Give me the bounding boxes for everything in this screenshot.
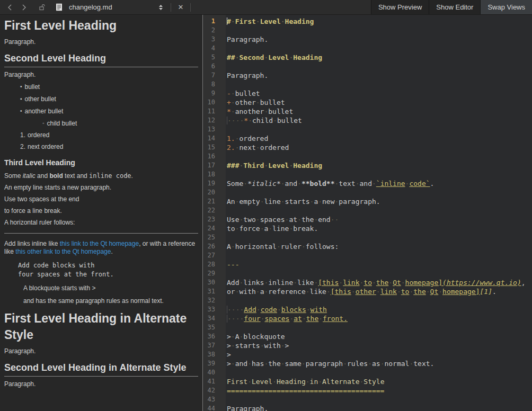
code-segment: to·force·a·line·break. [227, 225, 318, 233]
whitespace-dot: · [239, 278, 243, 287]
whitespace-dot: · [235, 53, 240, 62]
list-item-text: ordered [28, 131, 49, 139]
line-number: 6 [203, 62, 226, 71]
markdown-editor-window: changelog.md ✕ Show Preview Show Editor … [0, 0, 532, 411]
editor-line [227, 395, 532, 404]
editor-line: --- [227, 260, 532, 269]
whitespace-dot: · [281, 341, 285, 350]
whitespace-dot: · [235, 287, 240, 296]
swap-views-button[interactable]: Swap Views [480, 0, 532, 14]
editor-line [227, 251, 532, 260]
whitespace-dot: · [235, 134, 240, 143]
code-segment: First·Level·Heading·in·Alternate·Style [227, 378, 384, 386]
preview-link[interactable]: this link to the Qt homepage [60, 240, 139, 247]
line-number: 11 [203, 107, 226, 116]
editor-line [227, 125, 532, 134]
preview-blockquote: A blockquote starts with >and has the sa… [23, 284, 198, 305]
preview-text-span: A horizontal ruler follows: [4, 219, 75, 226]
code-segment: ·text·and· [335, 180, 376, 187]
list-marker: 1. [20, 131, 25, 139]
preview-text-span: . [131, 172, 133, 180]
code-segment: >·starts·with·> [227, 342, 289, 350]
line-number: 35 [203, 323, 226, 332]
preview-heading-2: Second Level Heading in Alternate Style [4, 362, 198, 377]
whitespace-dot: · [231, 89, 235, 98]
back-button[interactable] [4, 2, 16, 13]
line-number: 5 [203, 53, 226, 62]
code-segment: ·another·bullet [231, 108, 293, 115]
whitespace-dot: · [438, 287, 442, 296]
open-document-dropdown[interactable]: changelog.md [69, 3, 148, 11]
markdown-editor-pane: 1234567891011121314151617181920212223242… [203, 15, 532, 411]
editor-line [227, 80, 532, 89]
code-segment: ·child·bullet [248, 117, 302, 124]
preview-paragraph: Paragraph. [4, 380, 198, 388]
whitespace-dot: · [302, 314, 306, 323]
whitespace-dot: · [339, 278, 343, 287]
markdown-preview-pane[interactable]: First Level HeadingParagraph.Second Leve… [0, 15, 203, 411]
whitespace-dot: · [243, 179, 247, 188]
forward-button[interactable] [18, 2, 30, 13]
whitespace-dot: · [289, 314, 294, 323]
whitespace-dot: · [326, 287, 331, 296]
preview-text-span: text and [63, 172, 89, 180]
code-segment: [this·link·to·the·Qt·homepage] [318, 279, 442, 287]
editor-line: ====================================== [227, 386, 532, 395]
line-number: 16 [203, 152, 226, 161]
preview-link[interactable]: this other link to the Qt homepage [15, 248, 111, 255]
whitespace-dot: · [248, 116, 252, 125]
line-number: 28 [203, 260, 226, 269]
preview-list-item: ▪other bullet [4, 95, 198, 103]
preview-text-span: Paragraph. [4, 380, 36, 388]
line-number: 2 [203, 26, 226, 35]
whitespace-dot: · [388, 278, 393, 287]
line-number: 7 [203, 71, 226, 80]
line-number-gutter: 1234567891011121314151617181920212223242… [203, 15, 226, 411]
whitespace-dot: · [281, 17, 285, 26]
line-number: 43 [203, 395, 226, 404]
whitespace-dot: · [310, 197, 314, 206]
code-segment: or·with·a·reference·like· [227, 288, 331, 296]
show-preview-button[interactable]: Show Preview [371, 0, 429, 14]
preview-paragraph: Add links inline like this link to the Q… [4, 240, 198, 256]
whitespace-dot: · [256, 143, 260, 152]
whitespace-dot: ·· [331, 215, 339, 224]
whitespace-dot: · [409, 287, 413, 296]
whitespace-dot: · [231, 17, 235, 26]
editor-line: *·another·bullet [227, 107, 532, 116]
whitespace-dot: · [293, 278, 297, 287]
editor-line: First·Level·Heading·in·Alternate·Style [227, 377, 532, 386]
preview-text-span: . [111, 248, 112, 255]
whitespace-dot: · [297, 179, 302, 188]
code-segment: ====================================== [227, 387, 384, 395]
preview-paragraph: Use two spaces at the end [4, 195, 198, 203]
show-editor-button[interactable]: Show Editor [429, 0, 480, 14]
code-segment: 1. [227, 135, 235, 142]
whitespace-dot: · [260, 197, 264, 206]
code-segment: ·ordered [235, 135, 269, 142]
editor-line [227, 368, 532, 377]
list-item-text: child bullet [47, 120, 77, 127]
code-segment: four·spaces·at·the·front. [244, 315, 348, 323]
whitespace-dot: ···· [227, 116, 244, 125]
whitespace-dot: · [247, 377, 252, 386]
line-number: 22 [203, 206, 226, 215]
code-segment: . [492, 288, 496, 296]
line-number: 3 [203, 35, 226, 44]
editor-line [227, 170, 532, 179]
code-segment: * [244, 117, 248, 124]
whitespace-dot: · [314, 215, 318, 224]
line-number: 21 [203, 197, 226, 206]
editor-line: Paragraph. [227, 71, 532, 80]
code-segment: >·A·blockquote [227, 333, 285, 341]
code-segment: [1] [480, 288, 492, 296]
split-updown-icon[interactable] [155, 2, 166, 13]
blockquote-line: A blockquote starts with > [23, 284, 198, 292]
markdown-source-editor[interactable]: #·First·Level·HeadingParagraph.##·Second… [226, 15, 532, 411]
list-marker: • [20, 84, 22, 90]
list-item-text: another bullet [25, 108, 64, 115]
whitespace-dot: · [306, 377, 310, 386]
close-document-button[interactable]: ✕ [175, 3, 186, 11]
whitespace-dot: · [231, 107, 235, 116]
whitespace-dot: · [405, 179, 410, 188]
